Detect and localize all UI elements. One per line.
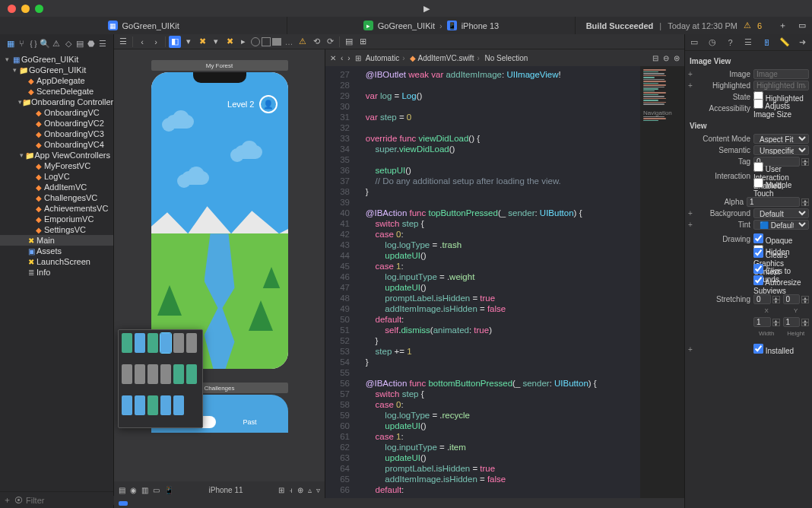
dot-icon[interactable]: … <box>283 36 295 48</box>
outline-toggle-icon[interactable]: ☰ <box>117 36 129 48</box>
line-gutter[interactable]: 2728293031323334353637383940414243444546… <box>325 66 356 498</box>
attributes-insp-icon[interactable]: 🎚 <box>761 37 772 48</box>
autoresize-checkbox[interactable] <box>753 275 763 285</box>
tint-select[interactable]: 🟦 Default <box>753 220 809 230</box>
constraint-icon[interactable]: ✖ <box>196 36 208 48</box>
tree-file[interactable]: ◆ChallengesVC <box>0 192 113 203</box>
mt-checkbox[interactable] <box>753 178 763 188</box>
clears-checkbox[interactable] <box>753 248 763 258</box>
add-tab-button[interactable]: ＋ <box>772 17 792 34</box>
file-insp-icon[interactable]: ▭ <box>689 37 699 48</box>
tree-file[interactable]: ◆OnboardingVC2 <box>0 118 113 129</box>
tree-file[interactable]: ◆SettingsVC <box>0 224 113 235</box>
stretch-y[interactable] <box>783 294 801 304</box>
device-preview[interactable]: Level 2 👤 <box>151 72 288 369</box>
img-icon[interactable] <box>272 38 281 46</box>
add-file-icon[interactable]: ＋ <box>3 494 11 506</box>
jb-fwd-icon[interactable]: › <box>347 54 350 62</box>
size-insp-icon[interactable]: 📏 <box>779 37 790 48</box>
pin-icon[interactable]: ⊕ <box>297 486 303 494</box>
debug-indicator[interactable] <box>119 501 128 506</box>
arrows-icon[interactable]: ⟲ <box>310 36 322 48</box>
tree-root[interactable]: GoGreen_UIKit <box>21 55 78 64</box>
find-nav-icon[interactable]: 🔍 <box>40 39 49 48</box>
test-nav-icon[interactable]: ◇ <box>64 39 73 48</box>
split-icon[interactable]: ⊟ <box>652 54 658 62</box>
history-insp-icon[interactable]: ◷ <box>707 37 718 48</box>
semantic-select[interactable]: Unspecified <box>753 145 809 155</box>
help-insp-icon[interactable]: ? <box>725 37 736 48</box>
alpha-field[interactable] <box>747 197 800 207</box>
jumpbar-crumb[interactable]: Automatic› ◆ AddItemVC.swift› No Selecti… <box>366 54 528 62</box>
tree-group[interactable]: App ViewControllers <box>35 151 110 160</box>
stretch-x[interactable] <box>753 294 771 304</box>
minimize-icon[interactable]: ⊖ <box>663 54 669 62</box>
tree-file[interactable]: ◆AchievementsVC <box>0 203 113 214</box>
panel-toggle-icon[interactable]: ▭ <box>792 17 812 34</box>
stretch-h[interactable] <box>783 317 801 327</box>
zoom-window-icon[interactable] <box>35 5 43 13</box>
close-pane-icon[interactable]: ✕ <box>330 54 336 62</box>
device-label[interactable]: iPhone 11 <box>208 486 243 494</box>
contentmode-select[interactable]: Aspect Fit <box>753 134 809 144</box>
connections-insp-icon[interactable]: ➜ <box>798 37 808 48</box>
assistant-icon[interactable]: ⊞ <box>357 36 369 48</box>
tree-file[interactable]: ◆OnboardingVC <box>0 107 113 118</box>
tree-file[interactable]: ◆MyForestVC <box>0 160 113 171</box>
installed-checkbox[interactable] <box>753 344 763 354</box>
stretch-w[interactable] <box>753 317 771 327</box>
identity-insp-icon[interactable]: ☰ <box>743 37 753 48</box>
nav-forward-icon[interactable]: › <box>150 36 162 48</box>
build-status[interactable]: Build Succeeded | Today at 12:30 PM ⚠6 <box>576 17 772 34</box>
report-nav-icon[interactable]: ☰ <box>98 39 107 48</box>
align-icon[interactable]: ⫞ <box>289 486 293 494</box>
scheme-tab[interactable]: ▦ GoGreen_UIKit <box>0 17 287 34</box>
issue-nav-icon[interactable]: ⚠ <box>52 39 61 48</box>
scene-icon[interactable]: ◧ <box>169 36 181 48</box>
view-icon[interactable]: ▾ <box>182 36 195 48</box>
minimize-window-icon[interactable] <box>21 5 30 13</box>
circ-icon[interactable] <box>251 37 260 46</box>
avatar-icon[interactable]: 👤 <box>259 95 278 113</box>
code-text[interactable]: @IBOutlet weak var addItemImage: UIImage… <box>356 66 640 498</box>
tree-file-selected[interactable]: Main <box>36 236 55 245</box>
nav-back-icon[interactable]: ‹ <box>136 36 148 48</box>
tree-file[interactable]: ◆LogVC <box>0 171 113 182</box>
symbol-nav-icon[interactable]: ｛｝ <box>29 39 38 48</box>
scene-title[interactable]: My Forest <box>151 60 288 71</box>
arrows2-icon[interactable]: ⟳ <box>324 36 336 48</box>
embed-icon[interactable]: ⊞ <box>278 486 284 494</box>
highlighted-field[interactable] <box>753 81 809 90</box>
adjust-icon[interactable]: ◉ <box>130 486 137 494</box>
constraint2-icon[interactable]: ▾ <box>210 36 222 48</box>
embed2-icon[interactable]: ▿ <box>316 486 320 494</box>
device-icon[interactable]: 📱 <box>164 486 173 494</box>
window-traffic-lights[interactable] <box>8 5 43 13</box>
options-icon[interactable]: ⊜ <box>674 54 680 62</box>
access-checkbox[interactable] <box>753 99 763 109</box>
tree-file[interactable]: SceneDelegate <box>36 87 94 96</box>
constraint3-icon[interactable]: ✖ <box>224 36 236 48</box>
clips-checkbox[interactable] <box>753 264 763 274</box>
resolve-icon[interactable]: ▵ <box>308 486 312 494</box>
storyboard-minimap[interactable] <box>118 329 203 428</box>
ib-canvas[interactable]: My Forest Level 2 <box>114 49 325 481</box>
close-window-icon[interactable] <box>8 5 16 13</box>
segment-past[interactable]: Past <box>224 416 277 428</box>
tree-file[interactable]: AppDelegate <box>36 76 85 85</box>
project-nav-icon[interactable]: ▦ <box>6 39 15 48</box>
image-field[interactable] <box>753 69 809 79</box>
label-icon[interactable]: ▸ <box>237 36 249 48</box>
tree-file[interactable]: ◆AddItemVC <box>0 182 113 192</box>
code-editor[interactable]: 2728293031323334353637383940414243444546… <box>325 66 684 498</box>
tree-file[interactable]: ◆OnboardingVC3 <box>0 129 113 139</box>
tree-file[interactable]: ◆OnboardingVC4 <box>0 139 113 150</box>
rect-icon[interactable] <box>262 37 271 46</box>
breakpoint-nav-icon[interactable]: ⬣ <box>87 39 96 48</box>
layout-icon[interactable]: ▥ <box>141 486 148 494</box>
jb-back-icon[interactable]: ‹ <box>341 54 343 62</box>
tree-group[interactable]: Onboarding Controllers <box>31 97 113 106</box>
doc-outline-icon[interactable]: ▤ <box>119 486 125 494</box>
library-icon[interactable]: ▤ <box>343 36 355 48</box>
debug-nav-icon[interactable]: ▤ <box>75 39 84 48</box>
